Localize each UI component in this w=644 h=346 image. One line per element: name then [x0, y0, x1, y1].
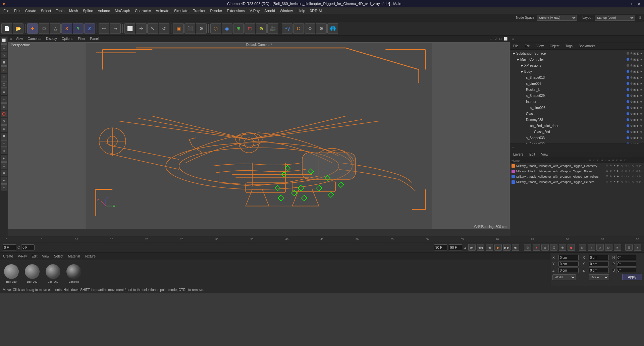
z-scale-input[interactable]	[589, 268, 609, 273]
layer-action-btn[interactable]: ⊡	[606, 164, 609, 168]
minimize-btn[interactable]: ─	[623, 1, 628, 6]
mode-point[interactable]: ⬡	[39, 23, 49, 34]
tree-item[interactable]: Dummy038⚙▣◧★	[510, 117, 644, 123]
open-btn[interactable]: 📂	[13, 23, 23, 34]
tree-action-icon[interactable]: ★	[640, 88, 642, 91]
layer-action-btn[interactable]: ◁	[628, 180, 632, 184]
axis-x[interactable]: X	[61, 23, 72, 34]
mat-menu-v-ray[interactable]: V-Ray	[17, 254, 28, 258]
tree-visibility-dot[interactable]	[627, 82, 629, 85]
tree-action-icon[interactable]: ★	[640, 64, 642, 67]
menu-help[interactable]: Help	[296, 8, 307, 13]
viewport-icon-3[interactable]: ⊡	[499, 37, 502, 41]
tree-action-icon[interactable]: ◧	[637, 82, 639, 85]
tree-item[interactable]: s_Shape032⚙▣◧★	[510, 141, 644, 143]
prev-frame-btn[interactable]: ◀◀	[477, 244, 484, 251]
scene-menu-object[interactable]: Object	[548, 44, 561, 48]
material-thumb[interactable]: Bell_360	[2, 263, 21, 283]
left-btn-9[interactable]: ✦	[1, 96, 7, 103]
menu-window[interactable]: Window	[278, 8, 295, 13]
layer-action-btn[interactable]: ⊛	[610, 175, 613, 178]
layer-action-btn[interactable]: ⊡	[606, 180, 609, 184]
menu-3dtoall[interactable]: 3DToAll	[308, 8, 325, 13]
tree-action-icon[interactable]: ◧	[637, 52, 639, 55]
coffee-btn[interactable]: C	[293, 23, 304, 34]
layer-action-btn[interactable]: ⊛	[610, 170, 613, 173]
axis-z[interactable]: Z	[84, 23, 95, 34]
menu-animate[interactable]: Animate	[154, 8, 171, 13]
tree-item[interactable]: ▶ Body⚙▣◧★	[510, 68, 644, 74]
globe-btn[interactable]: 🌐	[327, 23, 338, 34]
close-btn[interactable]: ✕	[637, 1, 641, 6]
left-btn-14[interactable]: ⬣	[1, 133, 7, 139]
layer-action-btn[interactable]: ▶	[617, 180, 621, 184]
left-btn-11[interactable]: ⭕	[1, 111, 7, 117]
left-btn-12[interactable]: S	[1, 118, 7, 125]
viewport-canvas[interactable]: X Y Z	[8, 43, 510, 229]
layer-action-btn[interactable]: ◁	[632, 180, 635, 184]
tree-action-icon[interactable]: ▣	[633, 70, 636, 73]
x-scale-input[interactable]	[589, 255, 609, 260]
tree-visibility-dot[interactable]	[627, 136, 629, 139]
b-input[interactable]	[616, 268, 636, 273]
coord-space-select[interactable]: World Local Object	[552, 274, 576, 280]
mat-menu-texture[interactable]: Texture	[84, 254, 97, 258]
tree-item[interactable]: Interior⚙▣◧★	[510, 99, 644, 105]
rotate-tool[interactable]: ↺	[159, 23, 169, 34]
live-select[interactable]: ⬜	[124, 23, 135, 34]
tree-item[interactable]: s_Shape029⚙▣◧★	[510, 93, 644, 99]
tree-item[interactable]: ▶ Main_Controller⚙▣◧★	[510, 56, 644, 62]
key-mode-btn[interactable]: ⊙	[524, 244, 531, 251]
tree-action-icon[interactable]: ◧	[637, 136, 639, 139]
layer-item[interactable]: Military_Attack_Helicopter_with_Weapon_R…	[510, 163, 644, 169]
tree-action-icon[interactable]: ◧	[637, 76, 639, 79]
menu-render[interactable]: Render	[208, 8, 224, 13]
layer-action-btn[interactable]: ◁	[636, 180, 639, 184]
tree-action-icon[interactable]: ★	[640, 130, 642, 133]
layer-action-btn[interactable]: ⊡	[606, 170, 609, 173]
menu-simulate[interactable]: Simulate	[172, 8, 191, 13]
mode-object[interactable]: ✚	[27, 23, 38, 34]
left-btn-18[interactable]: ⬡	[1, 162, 7, 169]
tree-action-icon[interactable]: ◧	[637, 88, 639, 91]
move-tool[interactable]: ✛	[136, 23, 147, 34]
tree-item[interactable]: s_Line005⚙▣◧★	[510, 80, 644, 86]
key-del-btn[interactable]: ⊗	[559, 244, 566, 251]
tree-action-icon[interactable]: ⚙	[630, 124, 633, 127]
layer-item[interactable]: Military_Attack_Helicopter_with_Weapon_R…	[510, 179, 644, 184]
step-back-btn[interactable]: ◀	[486, 244, 493, 251]
left-btn-21[interactable]: ✂	[1, 184, 7, 191]
frame-value[interactable]	[21, 244, 35, 250]
panel-menu[interactable]: Panel	[89, 37, 100, 41]
cameras-menu[interactable]: Cameras	[26, 37, 42, 41]
tree-action-icon[interactable]: ⚙	[630, 130, 633, 133]
maximize-btn[interactable]: □	[630, 1, 635, 6]
py-btn[interactable]: Py	[282, 23, 292, 34]
tree-action-icon[interactable]: ◧	[637, 64, 639, 67]
left-btn-6[interactable]: ⊞	[1, 74, 7, 80]
layer-action-btn[interactable]: ★	[613, 170, 617, 173]
tree-action-icon[interactable]: ⚙	[630, 88, 633, 91]
layers-menu-view[interactable]: View	[539, 152, 550, 157]
tree-item[interactable]: s_Shape013⚙▣◧★	[510, 74, 644, 80]
motion-btn4[interactable]: ▷	[605, 244, 612, 251]
layer-action-btn[interactable]: ◁	[628, 170, 632, 173]
menu-mograph[interactable]: MoGraph	[113, 8, 132, 13]
auto-key-btn[interactable]: ●	[533, 244, 540, 251]
tree-action-icon[interactable]: ★	[640, 124, 642, 127]
y-pos-input[interactable]	[558, 261, 579, 267]
tree-action-icon[interactable]: ★	[640, 52, 642, 55]
goto-end-btn[interactable]: ⏭	[512, 244, 519, 251]
left-btn-4[interactable]: ⬣	[1, 59, 7, 66]
tree-action-icon[interactable]: ▣	[633, 106, 636, 109]
material-thumb[interactable]: Bell_360	[44, 263, 62, 283]
y-scale-input[interactable]	[589, 261, 609, 267]
tree-action-icon[interactable]: ★	[640, 58, 642, 61]
menu-file[interactable]: File	[1, 8, 11, 13]
left-btn-13[interactable]: ⊗	[1, 125, 7, 132]
menu-spline[interactable]: Spline	[81, 8, 95, 13]
tree-action-icon[interactable]: ★	[640, 106, 642, 109]
menu-mesh[interactable]: Mesh	[67, 8, 80, 13]
tree-action-icon[interactable]: ⚙	[630, 136, 633, 139]
tree-action-icon[interactable]: ▣	[633, 58, 636, 61]
